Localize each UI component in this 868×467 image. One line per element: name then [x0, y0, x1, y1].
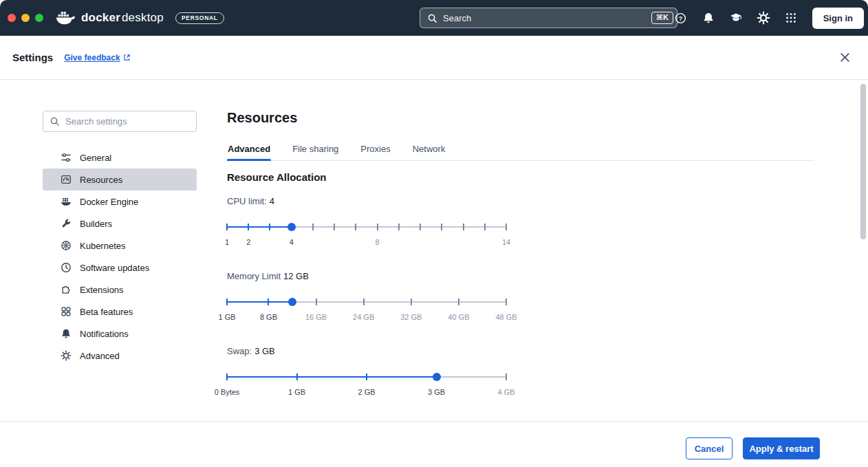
sidebar-item-label: General	[80, 153, 111, 163]
notifications-button[interactable]	[697, 6, 720, 30]
cpu-limit-heading: CPU limit:4	[227, 196, 506, 206]
sidebar-item-general[interactable]: General	[43, 146, 197, 169]
slider-tick	[366, 373, 367, 380]
slider-tick	[458, 298, 459, 305]
slider-tick-label: 1 GB	[288, 388, 305, 396]
learning-center-button[interactable]	[724, 6, 748, 30]
give-feedback-link[interactable]: Give feedback	[64, 53, 130, 63]
slider-tick	[398, 224, 400, 230]
graduation-cap-icon	[729, 11, 743, 25]
cpu-limit-slider-block: CPU limit:4 124814	[227, 196, 506, 257]
cancel-button[interactable]: Cancel	[686, 437, 733, 459]
tab-advanced[interactable]: Advanced	[227, 142, 271, 160]
slider-tick	[506, 224, 507, 230]
settings-button[interactable]	[752, 6, 775, 30]
slider-tick	[226, 373, 228, 380]
slider-tick	[420, 224, 421, 230]
settings-nav: General Resources Docker Engine Builders…	[43, 146, 197, 367]
slider-tick	[441, 224, 442, 230]
slider-tick-label: 3 GB	[428, 388, 445, 396]
slider-tick-label: 16 GB	[305, 313, 327, 321]
docker-whale-icon	[56, 10, 76, 25]
sidebar-item-resources[interactable]: Resources	[43, 169, 197, 191]
memory-limit-slider[interactable]	[227, 297, 506, 307]
whale-icon	[61, 196, 72, 207]
svg-text:?: ?	[679, 14, 683, 21]
sidebar-item-kubernetes[interactable]: Kubernetes	[43, 235, 197, 257]
titlebar: dockerdesktop PERSONAL Search ⌘K ?	[0, 0, 868, 36]
bell-icon	[61, 328, 72, 339]
close-window-button[interactable]	[8, 14, 16, 22]
help-button[interactable]: ?	[669, 6, 693, 30]
slider-tick-label: 4	[290, 238, 294, 246]
memory-limit-slider-block: Memory Limit12 GB 1 GB8 GB16 GB24 GB32 G…	[227, 271, 506, 332]
cpu-limit-slider[interactable]	[227, 222, 506, 232]
slider-tick-label: 0 Bytes	[215, 388, 240, 396]
slider-thumb[interactable]	[287, 223, 296, 231]
slider-tick-label: 4 GB	[497, 388, 514, 396]
clock-icon	[61, 262, 72, 273]
slider-tick	[355, 224, 356, 230]
apps-grid-icon	[785, 12, 797, 24]
sign-in-button[interactable]: Sign in	[812, 8, 864, 29]
give-feedback-label: Give feedback	[64, 53, 120, 63]
close-settings-button[interactable]	[840, 52, 850, 63]
close-icon	[840, 52, 850, 63]
global-search[interactable]: Search ⌘K	[420, 8, 677, 28]
swap-slider[interactable]	[227, 372, 506, 382]
sidebar-item-label: Notifications	[80, 329, 129, 339]
sidebar-item-docker-engine[interactable]: Docker Engine	[43, 191, 197, 213]
slider-fill	[227, 226, 292, 228]
minimize-window-button[interactable]	[21, 14, 30, 22]
sidebar-item-notifications[interactable]: Notifications	[43, 323, 197, 345]
sidebar-item-label: Docker Engine	[80, 197, 138, 207]
zoom-window-button[interactable]	[35, 14, 43, 22]
slider-fill	[227, 301, 292, 303]
slider-tick	[226, 298, 228, 305]
gear-icon	[61, 350, 72, 361]
bell-icon	[702, 12, 715, 24]
wrench-icon	[61, 218, 72, 229]
slider-tick-label: 8	[376, 238, 380, 246]
apply-restart-button[interactable]: Apply & restart	[743, 437, 820, 459]
sidebar-item-label: Advanced	[80, 351, 120, 361]
slider-thumb[interactable]	[288, 298, 296, 306]
help-icon: ?	[674, 12, 687, 25]
resources-tabs: Advanced File sharing Proxies Network	[227, 142, 814, 161]
sidebar-item-label: Software updates	[80, 263, 149, 273]
sidebar-item-software-updates[interactable]: Software updates	[43, 257, 197, 279]
settings-search-input[interactable]	[65, 116, 190, 127]
tune-icon	[61, 152, 72, 163]
tab-proxies[interactable]: Proxies	[360, 142, 391, 160]
sidebar-item-beta-features[interactable]: Beta features	[43, 301, 197, 323]
page-title: Resources	[227, 110, 297, 126]
slider-tick-labels: 124814	[227, 238, 506, 248]
sidebar-item-builders[interactable]: Builders	[43, 213, 197, 235]
docker-logo: dockerdesktop PERSONAL	[56, 10, 224, 25]
sidebar-item-label: Builders	[80, 219, 112, 229]
slider-tick-label: 48 GB	[495, 313, 517, 321]
sidebar-item-label: Beta features	[80, 307, 133, 317]
sidebar-item-advanced[interactable]: Advanced	[43, 345, 197, 367]
search-placeholder: Search	[443, 13, 646, 23]
tab-network[interactable]: Network	[412, 142, 446, 160]
slider-tick	[363, 298, 365, 305]
slider-thumb[interactable]	[433, 373, 441, 381]
tab-file-sharing[interactable]: File sharing	[292, 142, 339, 160]
slider-tick	[484, 224, 486, 230]
apps-grid-button[interactable]	[779, 6, 803, 30]
slider-tick	[248, 224, 249, 230]
slider-tick-label: 32 GB	[400, 313, 422, 321]
settings-title: Settings	[12, 52, 53, 63]
slider-tick	[334, 224, 335, 230]
sidebar-item-extensions[interactable]: Extensions	[43, 279, 197, 301]
app-title: dockerdesktop	[81, 11, 164, 25]
slider-tick	[296, 373, 298, 380]
meter-icon	[61, 174, 72, 185]
settings-search-field	[43, 111, 197, 132]
settings-gear-icon	[757, 11, 770, 25]
kubernetes-wheel-icon	[61, 240, 72, 251]
puzzle-icon	[61, 284, 72, 295]
sidebar-item-label: Resources	[80, 175, 122, 185]
vertical-scrollbar-thumb[interactable]	[860, 84, 866, 239]
